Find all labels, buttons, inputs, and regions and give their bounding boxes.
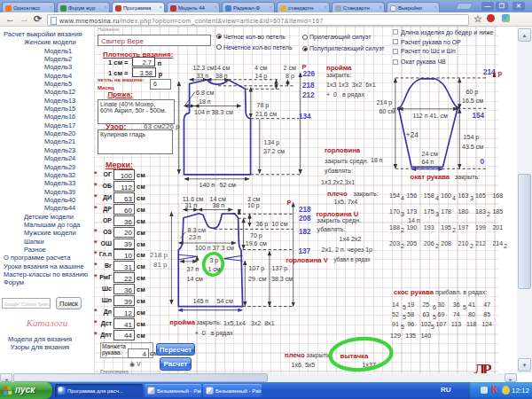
svg-text:19.6 см: 19.6 см — [246, 240, 267, 247]
svg-text:10 р: 10 р — [247, 202, 260, 209]
svg-text:12.3 см: 12.3 см — [193, 65, 215, 72]
svg-text:30: 30 — [438, 301, 445, 309]
svg-text:38.3 см: 38.3 см — [271, 276, 293, 283]
svg-text:8.3 см: 8.3 см — [188, 227, 206, 234]
svg-text:183: 183 — [475, 208, 486, 215]
svg-text:плечо: плечо — [285, 351, 305, 359]
svg-text:23 п: 23 п — [189, 234, 201, 241]
svg-text:3: 3 — [470, 195, 473, 202]
svg-text:218: 218 — [302, 82, 315, 90]
svg-text:+ 0 в рядах: + 0 в рядах — [326, 91, 364, 98]
svg-text:63: 63 — [422, 311, 429, 318]
svg-text:205: 205 — [406, 240, 417, 247]
svg-text:5: 5 — [403, 304, 406, 311]
svg-text:убавл в рядах: убавл в рядах — [334, 256, 372, 263]
svg-text:горловина U: горловина U — [317, 210, 359, 218]
svg-text:2х1, 2 п. через 1р: 2х1, 2 п. через 1р — [322, 246, 373, 254]
svg-text:2: 2 — [470, 243, 473, 250]
svg-text:199: 199 — [475, 224, 486, 231]
svg-text:горловина: горловина — [325, 146, 361, 154]
svg-text:4: 4 — [435, 195, 439, 202]
svg-text:пройма: пройма — [326, 64, 352, 72]
svg-text:69: 69 — [438, 311, 445, 318]
svg-text:78 р: 78 р — [257, 102, 270, 109]
svg-text:104 п 38.3 см: 104 п 38.3 см — [194, 109, 233, 116]
svg-text:2: 2 — [401, 227, 404, 234]
svg-text:188: 188 — [389, 224, 400, 231]
svg-text:5: 5 — [431, 324, 434, 331]
svg-text:25: 25 — [422, 301, 429, 309]
svg-text:210: 210 — [458, 240, 469, 247]
svg-text:37.2 см: 37.2 см — [263, 148, 285, 155]
svg-text:закрыть средн.: закрыть средн. — [317, 217, 362, 224]
svg-text:154: 154 — [473, 112, 485, 120]
svg-text:14: 14 — [392, 301, 399, 309]
svg-text:180: 180 — [458, 208, 469, 215]
svg-text:163: 163 — [458, 192, 469, 200]
svg-text:74: 74 — [453, 311, 460, 318]
svg-text:118: 118 — [466, 321, 476, 328]
svg-text:14 см: 14 см — [214, 65, 230, 72]
svg-text:Р: Р — [287, 199, 292, 207]
svg-text:80: 80 — [468, 311, 475, 318]
svg-text:154 р: 154 р — [464, 134, 480, 141]
svg-text:41: 41 — [468, 301, 475, 309]
svg-text:2: 2 — [452, 227, 456, 234]
svg-text:29. см: 29. см — [248, 276, 266, 283]
svg-text:212: 212 — [302, 91, 315, 99]
svg-text:124: 124 — [481, 321, 492, 328]
svg-text:208: 208 — [299, 215, 311, 223]
svg-text:1х5, 7х4: 1х5, 7х4 — [334, 199, 358, 206]
svg-text:208: 208 — [441, 240, 451, 247]
svg-text:3: 3 — [435, 211, 439, 218]
svg-text:1х3,2х2,3х1: 1х3,2х2,3х1 — [321, 179, 355, 186]
svg-text:129: 129 — [390, 332, 401, 340]
svg-text:185: 185 — [492, 208, 503, 215]
svg-text:182: 182 — [299, 228, 311, 236]
svg-text:14 п: 14 п — [408, 217, 420, 224]
svg-text:134 р: 134 р — [264, 139, 280, 146]
svg-text:убавлять:: убавлять: — [317, 226, 346, 233]
svg-text:36: 36 — [453, 301, 460, 309]
svg-text:137: 137 — [299, 247, 311, 255]
svg-text:64 п: 64 п — [422, 159, 434, 166]
svg-text:107 р: 107 р — [249, 265, 265, 272]
svg-text:вытачка: вытачка — [340, 352, 369, 360]
svg-text:135: 135 — [405, 332, 416, 340]
svg-text:70 р: 70 р — [250, 232, 262, 239]
svg-text:134: 134 — [299, 113, 311, 121]
svg-text:3 см: 3 см — [247, 196, 260, 203]
svg-text:+ 0 в рядах: + 0 в рядах — [195, 330, 233, 337]
svg-text:38 п: 38 п — [213, 202, 225, 209]
svg-text:6.8 см: 6.8 см — [196, 90, 214, 97]
svg-text:100 п 37.3 см: 100 п 37.3 см — [195, 245, 234, 252]
svg-text:214: 214 — [492, 240, 503, 247]
svg-text:18 п: 18 п — [371, 157, 383, 164]
svg-text:2: 2 — [504, 243, 507, 250]
svg-text:закрыть средн.: закрыть средн. — [325, 158, 369, 165]
svg-text:165: 165 — [475, 192, 486, 200]
svg-text:206: 206 — [424, 240, 434, 247]
svg-text:197: 197 — [458, 224, 469, 231]
svg-text:160: 160 — [441, 192, 451, 200]
svg-text:102: 102 — [420, 321, 431, 328]
svg-text:145 п: 145 п — [193, 298, 209, 305]
svg-text:1х4 2х2: 1х4 2х2 — [340, 236, 362, 243]
svg-text:0: 0 — [481, 158, 485, 166]
svg-text:плечо: плечо — [327, 190, 348, 198]
svg-text:пройма: пройма — [169, 318, 195, 326]
svg-text:закрыть:: закрыть: — [455, 174, 480, 181]
svg-text:1х6, 5х5: 1х6, 5х5 — [292, 362, 316, 369]
svg-text:37 п: 37 п — [187, 266, 200, 273]
svg-text:113: 113 — [451, 321, 461, 328]
svg-text:31 п: 31 п — [185, 202, 198, 209]
svg-text:107: 107 — [436, 321, 447, 328]
svg-text:195: 195 — [441, 224, 451, 231]
svg-text:закрыть:: закрыть: — [326, 72, 351, 79]
svg-text:5: 5 — [463, 304, 466, 311]
svg-text:33 п: 33 п — [197, 73, 209, 80]
svg-text:14 см: 14 см — [187, 276, 203, 283]
svg-text:158: 158 — [424, 192, 434, 200]
svg-text:24 см: 24 см — [422, 151, 438, 158]
svg-text:54 см: 54 см — [217, 298, 233, 305]
